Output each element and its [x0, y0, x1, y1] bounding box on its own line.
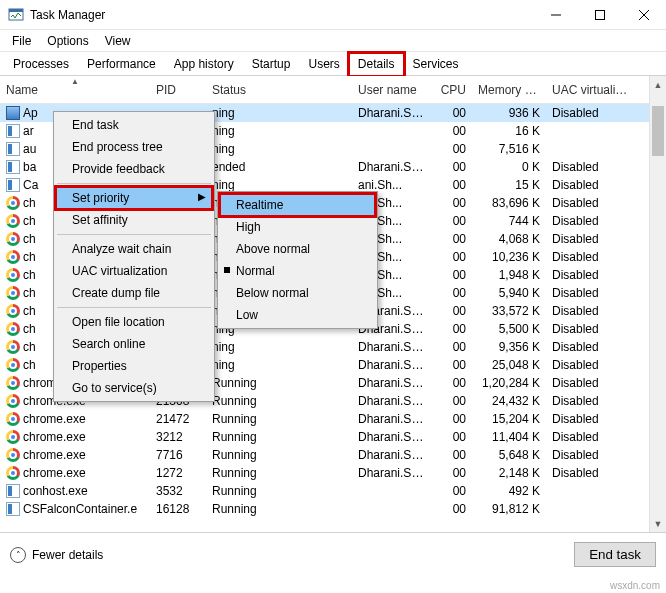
- process-name: ch: [23, 304, 36, 318]
- process-name: ar: [23, 124, 34, 138]
- col-user[interactable]: User name: [352, 79, 430, 101]
- minimize-button[interactable]: [534, 0, 578, 30]
- tab-app-history[interactable]: App history: [165, 53, 243, 75]
- process-cpu: 00: [430, 160, 472, 174]
- process-status: ended: [206, 160, 352, 174]
- process-user: Dharani.Sh...: [352, 412, 430, 426]
- process-cpu: 00: [430, 286, 472, 300]
- ctx-uac-virtualization[interactable]: UAC virtualization: [56, 260, 212, 282]
- process-name: ch: [23, 340, 36, 354]
- process-name: ch: [23, 232, 36, 246]
- scroll-up-icon[interactable]: ▲: [650, 76, 666, 93]
- process-name: Ca: [23, 178, 38, 192]
- process-icon: [6, 286, 20, 300]
- maximize-button[interactable]: [578, 0, 622, 30]
- ctx-provide-feedback[interactable]: Provide feedback: [56, 158, 212, 180]
- col-status[interactable]: Status: [206, 79, 352, 101]
- window-title: Task Manager: [30, 8, 534, 22]
- scroll-thumb[interactable]: [652, 106, 664, 156]
- process-icon: [6, 142, 20, 156]
- process-memory: 91,812 K: [472, 502, 546, 516]
- process-status: ning: [206, 124, 352, 138]
- close-button[interactable]: [622, 0, 666, 30]
- process-memory: 1,948 K: [472, 268, 546, 282]
- tab-startup[interactable]: Startup: [243, 53, 300, 75]
- process-memory: 24,432 K: [472, 394, 546, 408]
- process-icon: [6, 412, 20, 426]
- ctx-open-file-location[interactable]: Open file location: [56, 311, 212, 333]
- process-cpu: 00: [430, 394, 472, 408]
- chevron-right-icon: ▶: [198, 191, 206, 202]
- ctx-set-affinity[interactable]: Set affinity: [56, 209, 212, 231]
- process-uac: Disabled: [546, 286, 638, 300]
- svg-rect-1: [9, 9, 23, 12]
- menu-view[interactable]: View: [97, 32, 139, 50]
- tab-details[interactable]: Details: [349, 53, 404, 76]
- process-pid: 3212: [150, 430, 206, 444]
- process-status: Running: [206, 430, 352, 444]
- process-memory: 744 K: [472, 214, 546, 228]
- table-row[interactable]: chrome.exe21472RunningDharani.Sh...0015,…: [0, 410, 666, 428]
- ctx-end-process-tree[interactable]: End process tree: [56, 136, 212, 158]
- col-name[interactable]: Name▲: [0, 79, 150, 101]
- tab-processes[interactable]: Processes: [4, 53, 78, 75]
- menu-file[interactable]: File: [4, 32, 39, 50]
- ctx-set-priority[interactable]: Set priority▶: [56, 187, 212, 209]
- tab-services[interactable]: Services: [404, 53, 468, 75]
- scroll-down-icon[interactable]: ▼: [650, 515, 666, 532]
- process-name: Ap: [23, 106, 38, 120]
- process-cpu: 00: [430, 232, 472, 246]
- col-pid[interactable]: PID: [150, 79, 206, 101]
- process-cpu: 00: [430, 430, 472, 444]
- process-memory: 9,356 K: [472, 340, 546, 354]
- process-memory: 492 K: [472, 484, 546, 498]
- svg-rect-3: [596, 10, 605, 19]
- priority-low[interactable]: Low: [220, 304, 375, 326]
- process-status: Running: [206, 376, 352, 390]
- tab-users[interactable]: Users: [299, 53, 348, 75]
- ctx-go-to-service-s-[interactable]: Go to service(s): [56, 377, 212, 399]
- process-cpu: 00: [430, 358, 472, 372]
- process-icon: [6, 196, 20, 210]
- process-memory: 0 K: [472, 160, 546, 174]
- tabs: Processes Performance App history Startu…: [0, 52, 666, 76]
- fewer-details-button[interactable]: ˄ Fewer details: [10, 547, 103, 563]
- process-memory: 10,236 K: [472, 250, 546, 264]
- process-memory: 7,516 K: [472, 142, 546, 156]
- ctx-create-dump-file[interactable]: Create dump file: [56, 282, 212, 304]
- ctx-end-task[interactable]: End task: [56, 114, 212, 136]
- table-row[interactable]: chrome.exe1272RunningDharani.Sh...002,14…: [0, 464, 666, 482]
- col-memory[interactable]: Memory (a...: [472, 79, 546, 101]
- table-row[interactable]: conhost.exe3532Running00492 K: [0, 482, 666, 500]
- ctx-search-online[interactable]: Search online: [56, 333, 212, 355]
- end-task-button[interactable]: End task: [574, 542, 656, 567]
- separator: [57, 183, 211, 184]
- process-name: conhost.exe: [23, 484, 88, 498]
- process-pid: 3532: [150, 484, 206, 498]
- col-uac[interactable]: UAC virtualizat...: [546, 79, 638, 101]
- priority-below-normal[interactable]: Below normal: [220, 282, 375, 304]
- col-cpu[interactable]: CPU: [430, 79, 472, 101]
- process-icon: [6, 394, 20, 408]
- priority-realtime[interactable]: Realtime: [220, 194, 375, 216]
- priority-above-normal[interactable]: Above normal: [220, 238, 375, 260]
- ctx-properties[interactable]: Properties: [56, 355, 212, 377]
- process-uac: Disabled: [546, 448, 638, 462]
- ctx-analyze-wait-chain[interactable]: Analyze wait chain: [56, 238, 212, 260]
- table-row[interactable]: chrome.exe3212RunningDharani.Sh...0011,4…: [0, 428, 666, 446]
- process-uac: Disabled: [546, 394, 638, 408]
- priority-normal[interactable]: Normal: [220, 260, 375, 282]
- process-user: Dharani.Sh...: [352, 448, 430, 462]
- table-row[interactable]: CSFalconContainer.e16128Running0091,812 …: [0, 500, 666, 518]
- scrollbar-vertical[interactable]: ▲ ▼: [649, 76, 666, 532]
- sort-asc-icon: ▲: [71, 79, 79, 86]
- priority-high[interactable]: High: [220, 216, 375, 238]
- process-icon: [6, 124, 20, 138]
- table-row[interactable]: chrome.exe7716RunningDharani.Sh...005,64…: [0, 446, 666, 464]
- process-name: chrome.exe: [23, 412, 86, 426]
- process-uac: Disabled: [546, 304, 638, 318]
- process-memory: 1,20,284 K: [472, 376, 546, 390]
- tab-performance[interactable]: Performance: [78, 53, 165, 75]
- process-uac: Disabled: [546, 178, 638, 192]
- menu-options[interactable]: Options: [39, 32, 96, 50]
